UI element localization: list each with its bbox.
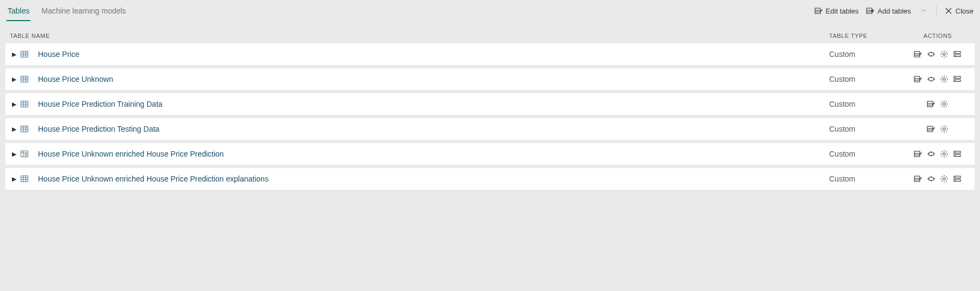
table-icon <box>18 100 30 108</box>
table-row: ▶House Price Prediction Training DataCus… <box>5 93 975 115</box>
expand-toggle[interactable]: ▶ <box>10 101 18 108</box>
header-table-name: Table Name <box>10 33 829 39</box>
edit-tables-button[interactable]: Edit tables <box>814 7 859 15</box>
content-area: Table Name Table Type Actions ▶House Pri… <box>0 22 980 198</box>
row-actions <box>905 50 970 59</box>
expand-toggle[interactable]: ▶ <box>10 76 18 83</box>
edit-table-action-icon[interactable] <box>914 50 922 59</box>
table-icon <box>18 75 30 83</box>
edit-table-action-icon[interactable] <box>927 100 936 108</box>
ml-action-icon[interactable] <box>927 150 936 158</box>
data-action-icon[interactable] <box>953 174 962 183</box>
expand-toggle[interactable]: ▶ <box>10 176 18 183</box>
table-type-value: Custom <box>829 75 905 83</box>
data-action-icon[interactable] <box>953 150 962 158</box>
add-tables-label: Add tables <box>877 7 911 15</box>
add-tables-button[interactable]: Add tables <box>866 7 911 15</box>
table-lightning-icon <box>18 150 30 158</box>
ml-action-icon[interactable] <box>927 75 936 83</box>
row-actions <box>905 174 970 183</box>
top-bar: Tables Machine learning models Edit tabl… <box>0 0 980 22</box>
edit-table-action-icon[interactable] <box>914 75 922 83</box>
table-icon <box>18 50 30 59</box>
header-actions: Actions <box>905 33 970 39</box>
tabs: Tables Machine learning models <box>7 1 127 21</box>
table-icon <box>18 125 30 133</box>
settings-action-icon[interactable] <box>940 75 949 83</box>
edit-table-icon <box>814 7 823 15</box>
data-action-icon[interactable] <box>953 75 962 83</box>
table-header-row: Table Name Table Type Actions <box>5 27 975 43</box>
close-label: Close <box>956 7 973 15</box>
row-actions <box>905 100 970 108</box>
row-actions <box>905 125 970 133</box>
table-row: ▶House Price Unknown enriched House Pric… <box>5 168 975 190</box>
expand-toggle[interactable]: ▶ <box>10 151 18 158</box>
add-table-icon <box>866 7 875 15</box>
table-name-link[interactable]: House Price Unknown enriched House Price… <box>30 174 829 183</box>
edit-tables-label: Edit tables <box>826 7 859 15</box>
add-tables-dropdown[interactable] <box>919 5 928 16</box>
settings-action-icon[interactable] <box>940 50 949 59</box>
row-actions <box>905 150 970 158</box>
close-button[interactable]: Close <box>944 7 973 15</box>
table-row: ▶House Price Unknown enriched House Pric… <box>5 143 975 165</box>
expand-toggle[interactable]: ▶ <box>10 126 18 133</box>
table-type-value: Custom <box>829 100 905 108</box>
table-icon <box>18 174 30 183</box>
ml-action-icon[interactable] <box>927 50 936 59</box>
expand-toggle[interactable]: ▶ <box>10 51 18 58</box>
tab-ml-models[interactable]: Machine learning models <box>40 1 127 21</box>
toolbar-divider <box>936 6 937 16</box>
table-row: ▶House Price UnknownCustom <box>5 68 975 90</box>
close-icon <box>944 7 953 15</box>
table-row: ▶House PriceCustom <box>5 43 975 65</box>
table-row: ▶House Price Prediction Testing DataCust… <box>5 118 975 140</box>
header-table-type: Table Type <box>829 33 905 39</box>
settings-action-icon[interactable] <box>940 125 949 133</box>
toolbar: Edit tables Add tables Close <box>814 5 973 16</box>
row-actions <box>905 75 970 83</box>
edit-table-action-icon[interactable] <box>927 125 936 133</box>
edit-table-action-icon[interactable] <box>914 150 922 158</box>
settings-action-icon[interactable] <box>940 100 949 108</box>
table-name-link[interactable]: House Price Unknown enriched House Price… <box>30 150 829 158</box>
edit-table-action-icon[interactable] <box>914 174 922 183</box>
tab-tables[interactable]: Tables <box>7 1 30 21</box>
table-name-link[interactable]: House Price Unknown <box>30 75 829 83</box>
chevron-down-icon <box>920 7 927 14</box>
table-type-value: Custom <box>829 125 905 133</box>
table-type-value: Custom <box>829 150 905 158</box>
data-action-icon[interactable] <box>953 50 962 59</box>
table-name-link[interactable]: House Price Prediction Training Data <box>30 100 829 108</box>
table-name-link[interactable]: House Price <box>30 50 829 59</box>
ml-action-icon[interactable] <box>927 174 936 183</box>
settings-action-icon[interactable] <box>940 174 949 183</box>
table-type-value: Custom <box>829 50 905 59</box>
settings-action-icon[interactable] <box>940 150 949 158</box>
table-type-value: Custom <box>829 174 905 183</box>
table-name-link[interactable]: House Price Prediction Testing Data <box>30 125 829 133</box>
